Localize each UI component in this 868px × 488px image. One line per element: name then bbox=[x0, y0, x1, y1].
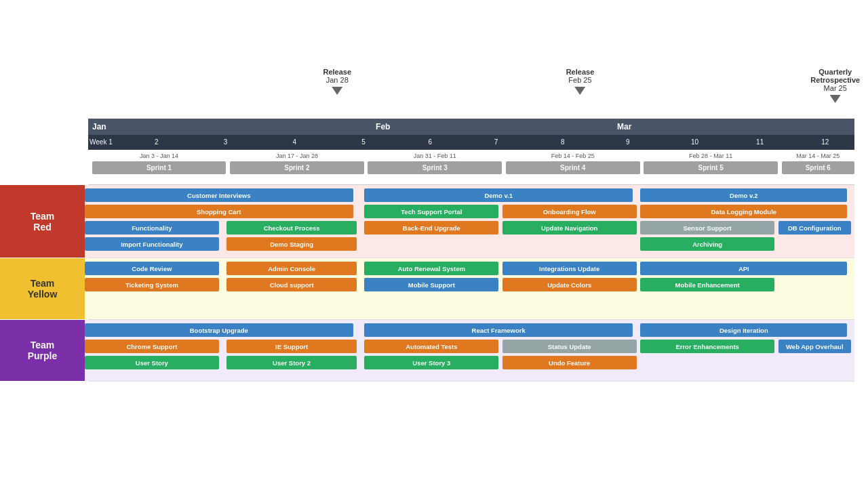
sprint-block: Feb 14 - Feb 25Sprint 4 bbox=[506, 152, 640, 174]
team-row: TeamPurpleBootstrap UpgradeChrome Suppor… bbox=[88, 320, 854, 382]
week-label: 2 bbox=[153, 135, 159, 150]
task-bar: DB Configuration bbox=[778, 221, 851, 235]
task-bar: Update Colors bbox=[502, 278, 637, 291]
week-label: 8 bbox=[559, 135, 565, 150]
month-label: Mar bbox=[613, 119, 631, 135]
task-bar: IE Support bbox=[226, 340, 357, 353]
team-label: TeamYellow bbox=[0, 258, 85, 319]
task-bar: Demo v.2 bbox=[640, 188, 847, 202]
team-row: TeamRedCustomer InterviewsShopping CartF… bbox=[88, 185, 854, 258]
task-bar: User Story 2 bbox=[226, 356, 357, 369]
week-label: Week 1 bbox=[88, 135, 113, 150]
task-bar: Tech Support Portal bbox=[364, 205, 498, 218]
sprint-block: Jan 3 - Jan 14Sprint 1 bbox=[92, 152, 226, 174]
milestones-row: ReleaseJan 28ReleaseFeb 25QuarterlyRetro… bbox=[88, 68, 854, 119]
task-bar: Web App Overhaul bbox=[778, 340, 851, 353]
task-bar: Code Review bbox=[85, 262, 219, 275]
weeks-row: Week 123456789101112 bbox=[88, 135, 854, 150]
task-bar: Mobile Enhancement bbox=[640, 278, 774, 291]
milestone: ReleaseFeb 25 bbox=[566, 68, 595, 95]
team-row: TeamYellowCode ReviewTicketing SystemAdm… bbox=[88, 258, 854, 320]
task-bar: Demo Staging bbox=[226, 237, 357, 251]
sprint-block: Jan 17 - Jan 28Sprint 2 bbox=[230, 152, 364, 174]
task-bar: Auto Renewal System bbox=[364, 262, 498, 275]
task-bar: Archiving bbox=[640, 237, 774, 251]
month-label: Jan bbox=[88, 119, 106, 135]
task-bar: Back-End Upgrade bbox=[364, 221, 498, 235]
task-bar: Automated Tests bbox=[364, 340, 498, 353]
task-bar: Sensor Support bbox=[640, 221, 774, 235]
task-bar: Mobile Support bbox=[364, 278, 498, 291]
task-bar: Bootstrap Upgrade bbox=[85, 323, 353, 337]
milestone: ReleaseJan 28 bbox=[323, 68, 351, 95]
sprints-row: Jan 3 - Jan 14Sprint 1Jan 17 - Jan 28Spr… bbox=[88, 150, 854, 185]
task-bar: Shopping Cart bbox=[85, 205, 353, 218]
sprint-block: Jan 31 - Feb 11Sprint 3 bbox=[368, 152, 502, 174]
task-bar: Error Enhancements bbox=[640, 340, 774, 353]
milestone: QuarterlyRetrospectiveMar 25 bbox=[810, 68, 860, 103]
team-tasks: Customer InterviewsShopping CartFunction… bbox=[85, 185, 854, 258]
task-bar: Customer Interviews bbox=[85, 188, 353, 202]
task-bar: Design Iteration bbox=[640, 323, 847, 337]
chart-wrapper: ReleaseJan 28ReleaseFeb 25QuarterlyRetro… bbox=[88, 68, 854, 382]
months-header: JanFebMar bbox=[88, 119, 854, 135]
task-bar: User Story bbox=[85, 356, 219, 369]
task-bar: Checkout Process bbox=[226, 221, 357, 235]
task-bar: Chrome Support bbox=[85, 340, 219, 353]
task-bar: Functionality bbox=[85, 221, 219, 235]
week-label: 12 bbox=[820, 135, 829, 150]
team-tasks: Bootstrap UpgradeChrome SupportUser Stor… bbox=[85, 320, 854, 381]
task-bar: React Framework bbox=[364, 323, 633, 337]
week-label: 7 bbox=[493, 135, 498, 150]
week-label: 3 bbox=[222, 135, 228, 150]
month-label: Feb bbox=[372, 119, 390, 135]
week-label: 6 bbox=[427, 135, 432, 150]
task-bar: Demo v.1 bbox=[364, 188, 633, 202]
sprint-block: Mar 14 - Mar 25Sprint 6 bbox=[782, 152, 854, 174]
teams-section: TeamRedCustomer InterviewsShopping CartF… bbox=[88, 185, 854, 382]
week-label: 10 bbox=[690, 135, 698, 150]
team-label: TeamRed bbox=[0, 185, 85, 258]
team-label: TeamPurple bbox=[0, 320, 85, 381]
sprint-block: Feb 28 - Mar 11Sprint 5 bbox=[644, 152, 778, 174]
task-bar: Onboarding Flow bbox=[502, 205, 637, 218]
task-bar: API bbox=[640, 262, 847, 275]
task-bar: Integrations Update bbox=[502, 262, 637, 275]
task-bar: Admin Console bbox=[226, 262, 357, 275]
task-bar: Ticketing System bbox=[85, 278, 219, 291]
task-bar: Status Update bbox=[502, 340, 637, 353]
task-bar: Update Navigation bbox=[502, 221, 637, 235]
task-bar: User Story 3 bbox=[364, 356, 498, 369]
task-bar: Undo Feature bbox=[502, 356, 637, 369]
week-label: 9 bbox=[625, 135, 630, 150]
task-bar: Import Functionality bbox=[85, 237, 219, 251]
team-tasks: Code ReviewTicketing SystemAdmin Console… bbox=[85, 258, 854, 319]
week-label: 11 bbox=[755, 135, 764, 150]
week-label: 5 bbox=[360, 135, 366, 150]
task-bar: Data Logging Module bbox=[640, 205, 847, 218]
week-label: 4 bbox=[291, 135, 296, 150]
task-bar: Cloud support bbox=[226, 278, 357, 291]
